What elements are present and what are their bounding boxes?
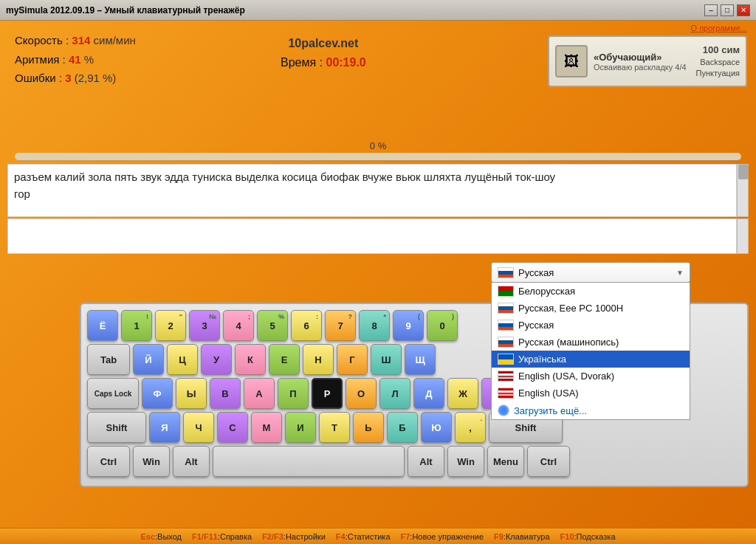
key-caps-lock[interactable]: Caps Lock	[87, 378, 139, 409]
key-3[interactable]: №3	[189, 310, 220, 341]
lang-load-more[interactable]: Загрузить ещё...	[492, 402, 690, 419]
key-ye[interactable]: Е	[269, 344, 300, 375]
key-m[interactable]: М	[251, 412, 282, 443]
language-select[interactable]: Русская ▼	[491, 262, 690, 283]
key-ctrl-right[interactable]: Ctrl	[527, 446, 570, 477]
key-space[interactable]	[213, 446, 405, 477]
arrhythmia-label: Аритмия	[15, 53, 59, 66]
key-7[interactable]: ?7	[325, 310, 356, 341]
progress-container: 0 %	[7, 140, 749, 161]
lang-option-russian[interactable]: Русская	[492, 317, 690, 334]
key-yo[interactable]: Ё	[87, 310, 118, 341]
language-dropdown[interactable]: Русская ▼ Белорусская Русская, Eee PC 10…	[491, 262, 690, 420]
key-d[interactable]: Д	[413, 378, 444, 409]
key-6[interactable]: :6	[291, 310, 322, 341]
key-o[interactable]: О	[346, 378, 377, 409]
key-win-right[interactable]: Win	[447, 446, 484, 477]
key-8[interactable]: *8	[359, 310, 390, 341]
flag-ru3-icon	[498, 337, 514, 348]
key-g[interactable]: Г	[337, 344, 368, 375]
lang-option-belarusian[interactable]: Белорусская	[492, 283, 690, 300]
maximize-button[interactable]: □	[721, 4, 734, 16]
key-shift-left[interactable]: Shift	[87, 412, 146, 443]
flag-us2-icon	[498, 388, 514, 399]
input-area[interactable]	[7, 218, 737, 254]
key-r[interactable]: Р	[312, 378, 343, 409]
status-esc: Esc:Выход	[140, 532, 182, 541]
arrhythmia-row: Аритмия : 41 %	[15, 50, 136, 69]
key-zh[interactable]: Ж	[447, 378, 478, 409]
key-1[interactable]: !1	[121, 310, 152, 341]
language-list: Белорусская Русская, Eee PC 1000H Русска…	[491, 283, 690, 420]
key-alt-left[interactable]: Alt	[173, 446, 210, 477]
mode-action: Backspace	[696, 57, 740, 68]
center-info: 10palcev.net Время : 00:19.0	[281, 37, 366, 69]
text-display: разъем калий зола пять звук эдда туниска…	[7, 164, 737, 217]
key-f[interactable]: Ф	[142, 378, 173, 409]
key-shch[interactable]: Щ	[405, 344, 436, 375]
time-row: Время : 00:19.0	[281, 56, 366, 69]
mode-right: 100 сим Backspace Пунктуация	[696, 44, 740, 80]
key-b[interactable]: Б	[387, 412, 418, 443]
lang-option-ukrainian[interactable]: Українська	[492, 351, 690, 368]
progress-bar	[15, 153, 741, 160]
mode-subtitle: Осваиваю раскладку 4/4	[594, 63, 690, 72]
key-2[interactable]: "2	[155, 310, 186, 341]
key-0[interactable]: )0	[427, 310, 458, 341]
key-menu[interactable]: Menu	[487, 446, 524, 477]
key-9[interactable]: (9	[393, 310, 424, 341]
key-t[interactable]: Т	[319, 412, 350, 443]
mode-text: «Обучающий» Осваиваю раскладку 4/4	[594, 52, 690, 72]
key-v[interactable]: В	[210, 378, 241, 409]
about-link[interactable]: О программе...	[691, 24, 747, 32]
key-i[interactable]: И	[285, 412, 316, 443]
key-y[interactable]: Ы	[176, 378, 207, 409]
lang-option-russian-eee[interactable]: Русская, Eee PC 1000H	[492, 300, 690, 317]
errors-row: Ошибки : 3 (2,91 %)	[15, 69, 136, 88]
time-label: Время	[281, 56, 316, 69]
globe-icon	[498, 404, 509, 416]
key-alt-right[interactable]: Alt	[408, 446, 444, 477]
speed-unit: сим/мин	[94, 34, 136, 47]
key-ts[interactable]: Ц	[167, 344, 198, 375]
key-tab[interactable]: Tab	[87, 344, 130, 375]
errors-label: Ошибки	[15, 72, 56, 84]
arrhythmia-unit: %	[84, 53, 94, 66]
scroll-thumb[interactable]	[738, 165, 749, 179]
key-win-left[interactable]: Win	[133, 446, 170, 477]
key-ya[interactable]: Я	[149, 412, 180, 443]
keyboard-row-5: Ctrl Win Alt Alt Win Menu Ctrl	[87, 446, 741, 477]
speed-row: Скорость : 314 сим/мин	[15, 31, 136, 50]
key-l[interactable]: Л	[379, 378, 410, 409]
key-yu[interactable]: Ю	[421, 412, 452, 443]
lang-option-english-usa[interactable]: English (USA)	[492, 385, 690, 402]
lang-option-english-dvorak[interactable]: English (USA, Dvorak)	[492, 368, 690, 385]
mode-box: 🖼 «Обучающий» Осваиваю раскладку 4/4 100…	[548, 35, 747, 87]
status-f4: F4:Статистика	[336, 532, 391, 541]
key-4[interactable]: ;4	[223, 310, 254, 341]
key-s[interactable]: С	[217, 412, 248, 443]
statusbar: Esc:Выход F1/F11:Справка F2/F3:Настройки…	[0, 528, 756, 544]
key-comma[interactable]: .,	[455, 412, 486, 443]
window-title: mySimula 2012.09.19 – Умный клавиатурный…	[6, 5, 245, 16]
input-scrollbar[interactable]	[737, 218, 749, 254]
key-p[interactable]: П	[278, 378, 309, 409]
key-ch[interactable]: Ч	[183, 412, 214, 443]
key-u[interactable]: У	[201, 344, 232, 375]
key-n[interactable]: Н	[303, 344, 334, 375]
text-line-1: разъем калий зола пять звук эдда туниска…	[14, 169, 730, 186]
key-5[interactable]: %5	[257, 310, 288, 341]
text-scrollbar[interactable]	[737, 164, 749, 217]
key-j[interactable]: Й	[133, 344, 164, 375]
progress-label: 0 %	[370, 140, 386, 151]
key-ctrl-left[interactable]: Ctrl	[87, 446, 130, 477]
flag-ru-icon	[498, 303, 514, 314]
minimize-button[interactable]: –	[704, 4, 718, 16]
key-k[interactable]: К	[235, 344, 266, 375]
lang-option-russian-machine[interactable]: Русская (машинопись)	[492, 334, 690, 351]
close-button[interactable]: ✕	[737, 4, 750, 16]
key-sh[interactable]: Ш	[371, 344, 402, 375]
site-label: 10palcev.net	[281, 37, 366, 50]
key-a[interactable]: А	[244, 378, 275, 409]
key-soft[interactable]: Ь	[353, 412, 384, 443]
